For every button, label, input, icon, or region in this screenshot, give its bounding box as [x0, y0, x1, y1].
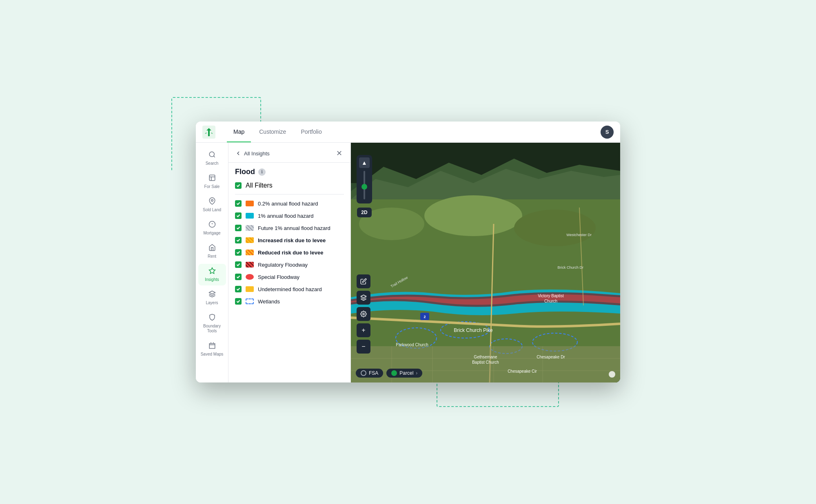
- panel-back-btn[interactable]: All Insights: [235, 150, 270, 157]
- sidebar-item-sold-land[interactable]: Sold Land: [198, 194, 226, 216]
- sidebar-label-layers: Layers: [206, 301, 218, 305]
- filter-checkbox-regulatory-floodway[interactable]: [235, 261, 242, 268]
- draw-tool-btn[interactable]: [357, 274, 370, 288]
- filter-item-increased-risk[interactable]: Increased risk due to levee: [235, 234, 344, 246]
- filter-checkbox-1pct[interactable]: [235, 212, 242, 219]
- parcel-toggle[interactable]: Parcel ›: [386, 369, 422, 378]
- svg-point-18: [424, 195, 522, 236]
- search-icon: [208, 151, 216, 159]
- main-content: Search For Sale: [196, 143, 620, 382]
- swatch-02pct: [246, 201, 254, 206]
- svg-text:Gethsemane: Gethsemane: [474, 355, 497, 359]
- boundary-tools-icon: [208, 314, 216, 322]
- outer-wrapper: Map Customize Portfolio S Search: [184, 109, 632, 395]
- filter-checkbox-undetermined[interactable]: [235, 286, 242, 292]
- layers-icon: [208, 290, 216, 299]
- saved-maps-icon: [208, 342, 216, 350]
- filter-item-future1pct[interactable]: Future 1% annual flood hazard: [235, 222, 344, 234]
- sidebar-label-search: Search: [206, 161, 219, 166]
- filter-label-regulatory-floodway: Regulatory Floodway: [258, 262, 308, 268]
- top-nav: Map Customize Portfolio S: [196, 122, 620, 143]
- filter-item-1pct[interactable]: 1% annual flood hazard: [235, 210, 344, 221]
- for-sale-icon: [208, 174, 216, 183]
- sold-land-icon: [208, 197, 216, 206]
- tab-map[interactable]: Map: [227, 122, 251, 142]
- user-avatar[interactable]: S: [601, 126, 614, 139]
- map-north-btn[interactable]: ▲: [359, 157, 370, 168]
- tab-customize[interactable]: Customize: [253, 122, 293, 142]
- all-filters-row[interactable]: All Filters: [228, 179, 350, 194]
- sidebar-item-insights[interactable]: Insights: [198, 264, 226, 285]
- swatch-wetlands: [246, 298, 254, 304]
- panel-title: Flood: [235, 168, 255, 176]
- filter-checkbox-wetlands[interactable]: [235, 298, 242, 305]
- filter-label-02pct: 0.2% annual flood hazard: [258, 201, 318, 207]
- zoom-in-label: +: [361, 327, 365, 334]
- sidebar-label-rent: Rent: [208, 254, 216, 259]
- zoom-slider-thumb: [361, 184, 367, 190]
- filter-item-wetlands[interactable]: Wetlands: [235, 296, 344, 307]
- svg-text:Church: Church: [544, 299, 557, 303]
- panel: All Insights ✕ Flood ℹ All Filters: [228, 143, 351, 382]
- sidebar-label-insights: Insights: [205, 277, 219, 282]
- sidebar-label-boundary-tools: Boundary Tools: [201, 324, 224, 334]
- mortgage-icon: [208, 221, 216, 229]
- filter-label-1pct: 1% annual flood hazard: [258, 213, 314, 219]
- sidebar-item-boundary-tools[interactable]: Boundary Tools: [198, 310, 226, 337]
- filter-item-reduced-risk[interactable]: Reduced risk due to levee: [235, 247, 344, 258]
- fsa-toggle-label: FSA: [369, 370, 378, 376]
- svg-text:Victory Baptist: Victory Baptist: [538, 294, 564, 298]
- rent-icon: [208, 244, 216, 252]
- sidebar-item-mortgage[interactable]: Mortgage: [198, 217, 226, 239]
- btn-2d[interactable]: 2D: [357, 208, 371, 217]
- sidebar-item-search[interactable]: Search: [198, 148, 226, 169]
- filter-label-wetlands: Wetlands: [258, 298, 280, 305]
- sidebar-item-layers[interactable]: Layers: [198, 287, 226, 309]
- filter-checkbox-special-floodway[interactable]: [235, 274, 242, 280]
- sidebar-item-rent[interactable]: Rent: [198, 241, 226, 262]
- svg-marker-11: [209, 291, 215, 294]
- filter-label-undetermined: Undetermined flood hazard: [258, 286, 322, 292]
- filter-item-undetermined[interactable]: Undetermined flood hazard: [235, 283, 344, 295]
- svg-point-1: [209, 152, 214, 157]
- map-compass-dot: [609, 371, 615, 378]
- sidebar-label-mortgage: Mortgage: [203, 231, 220, 236]
- filter-list: 0.2% annual flood hazard 1% annual flood…: [228, 198, 350, 314]
- zoom-slider-track[interactable]: [364, 171, 365, 199]
- zoom-controls: ▲ 2D: [357, 155, 372, 217]
- svg-text:Chesapeake Cir: Chesapeake Cir: [508, 369, 537, 374]
- sidebar-label-sold-land: Sold Land: [203, 208, 221, 212]
- sidebar-item-saved-maps[interactable]: Saved Maps: [198, 338, 226, 360]
- swatch-reduced-risk: [246, 250, 254, 255]
- panel-close-btn[interactable]: ✕: [334, 148, 344, 158]
- filter-item-special-floodway[interactable]: Special Floodway: [235, 271, 344, 283]
- zoom-in-btn[interactable]: +: [357, 323, 370, 337]
- filter-label-special-floodway: Special Floodway: [258, 274, 299, 280]
- panel-header: All Insights ✕: [228, 143, 350, 163]
- filter-label-increased-risk: Increased risk due to levee: [258, 237, 326, 243]
- tab-portfolio[interactable]: Portfolio: [294, 122, 328, 142]
- filter-item-regulatory-floodway[interactable]: Regulatory Floodway: [235, 259, 344, 270]
- fsa-toggle[interactable]: FSA: [356, 369, 383, 378]
- filter-checkbox-reduced-risk[interactable]: [235, 249, 242, 256]
- info-icon[interactable]: ℹ: [258, 168, 266, 176]
- swatch-increased-risk: [246, 237, 254, 243]
- zoom-out-btn[interactable]: −: [357, 340, 370, 354]
- svg-marker-46: [361, 295, 366, 298]
- layers-tool-btn[interactable]: [357, 291, 370, 305]
- panel-back-label: All Insights: [244, 150, 270, 157]
- settings-tool-btn[interactable]: [357, 307, 370, 321]
- sidebar-label-saved-maps: Saved Maps: [201, 352, 224, 357]
- filter-checkbox-future1pct[interactable]: [235, 225, 242, 231]
- sidebar-item-for-sale[interactable]: For Sale: [198, 171, 226, 192]
- back-arrow-icon: [235, 150, 242, 157]
- filter-checkbox-increased-risk[interactable]: [235, 237, 242, 243]
- insights-icon: [208, 267, 216, 276]
- map-area[interactable]: Brick Church Pike Victory Baptist Church…: [351, 143, 620, 382]
- filter-item-02pct[interactable]: 0.2% annual flood hazard: [235, 198, 344, 209]
- all-filters-checkbox[interactable]: [235, 182, 242, 189]
- filter-checkbox-02pct[interactable]: [235, 200, 242, 207]
- svg-point-47: [363, 313, 364, 315]
- map-background: Brick Church Pike Victory Baptist Church…: [351, 143, 620, 382]
- panel-title-row: Flood ℹ: [228, 163, 350, 179]
